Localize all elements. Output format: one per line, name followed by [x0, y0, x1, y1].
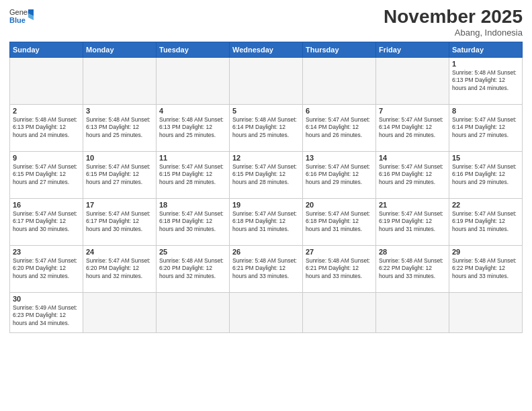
day-info: Sunrise: 5:47 AM Sunset: 6:14 PM Dayligh…: [452, 116, 519, 139]
header-saturday: Saturday: [449, 42, 523, 57]
table-row: 12Sunrise: 5:47 AM Sunset: 6:15 PM Dayli…: [230, 151, 303, 198]
day-number: 4: [159, 107, 226, 115]
header: General Blue November 2025 Abang, Indone…: [9, 7, 523, 38]
table-row: [83, 57, 157, 104]
table-row: 13Sunrise: 5:47 AM Sunset: 6:16 PM Dayli…: [303, 151, 376, 198]
table-row: 2Sunrise: 5:48 AM Sunset: 6:13 PM Daylig…: [10, 104, 83, 151]
svg-text:Blue: Blue: [9, 16, 26, 24]
table-row: 21Sunrise: 5:47 AM Sunset: 6:19 PM Dayli…: [376, 198, 449, 245]
day-number: 7: [379, 107, 446, 115]
generalblue-logo-icon: General Blue: [9, 7, 34, 26]
day-info: Sunrise: 5:47 AM Sunset: 6:17 PM Dayligh…: [13, 210, 80, 233]
day-info: Sunrise: 5:48 AM Sunset: 6:13 PM Dayligh…: [13, 116, 80, 139]
day-number: 28: [379, 248, 446, 256]
day-info: Sunrise: 5:47 AM Sunset: 6:20 PM Dayligh…: [86, 257, 153, 280]
logo: General Blue: [9, 7, 34, 26]
header-tuesday: Tuesday: [157, 42, 230, 57]
header-sunday: Sunday: [10, 42, 83, 57]
calendar-table: Sunday Monday Tuesday Wednesday Thursday…: [9, 42, 523, 333]
header-thursday: Thursday: [303, 42, 376, 57]
day-info: Sunrise: 5:48 AM Sunset: 6:13 PM Dayligh…: [86, 116, 153, 139]
day-info: Sunrise: 5:47 AM Sunset: 6:18 PM Dayligh…: [159, 210, 226, 233]
table-row: [157, 57, 230, 104]
day-info: Sunrise: 5:47 AM Sunset: 6:19 PM Dayligh…: [452, 210, 519, 233]
day-number: 6: [306, 107, 373, 115]
table-row: [376, 292, 449, 332]
day-number: 5: [232, 107, 300, 115]
header-monday: Monday: [83, 42, 157, 57]
day-number: 2: [13, 107, 80, 115]
table-row: 3Sunrise: 5:48 AM Sunset: 6:13 PM Daylig…: [83, 104, 157, 151]
table-row: 16Sunrise: 5:47 AM Sunset: 6:17 PM Dayli…: [10, 198, 83, 245]
table-row: [303, 57, 376, 104]
day-info: Sunrise: 5:48 AM Sunset: 6:22 PM Dayligh…: [379, 257, 446, 280]
day-number: 10: [86, 154, 153, 162]
table-row: 6Sunrise: 5:47 AM Sunset: 6:14 PM Daylig…: [303, 104, 376, 151]
table-row: 14Sunrise: 5:47 AM Sunset: 6:16 PM Dayli…: [376, 151, 449, 198]
day-info: Sunrise: 5:47 AM Sunset: 6:16 PM Dayligh…: [306, 163, 373, 186]
day-number: 11: [159, 154, 226, 162]
table-row: [303, 292, 376, 332]
table-row: 8Sunrise: 5:47 AM Sunset: 6:14 PM Daylig…: [449, 104, 523, 151]
day-number: 15: [452, 154, 519, 162]
day-number: 12: [232, 154, 300, 162]
table-row: 28Sunrise: 5:48 AM Sunset: 6:22 PM Dayli…: [376, 245, 449, 292]
table-row: 4Sunrise: 5:48 AM Sunset: 6:13 PM Daylig…: [157, 104, 230, 151]
day-info: Sunrise: 5:47 AM Sunset: 6:19 PM Dayligh…: [379, 210, 446, 233]
day-info: Sunrise: 5:48 AM Sunset: 6:21 PM Dayligh…: [306, 257, 373, 280]
day-number: 27: [306, 248, 373, 256]
title-block: November 2025 Abang, Indonesia: [384, 7, 523, 38]
day-info: Sunrise: 5:48 AM Sunset: 6:13 PM Dayligh…: [452, 69, 519, 92]
day-info: Sunrise: 5:47 AM Sunset: 6:16 PM Dayligh…: [452, 163, 519, 186]
day-number: 14: [379, 154, 446, 162]
table-row: 10Sunrise: 5:47 AM Sunset: 6:15 PM Dayli…: [83, 151, 157, 198]
day-number: 23: [13, 248, 80, 256]
table-row: [83, 292, 157, 332]
day-number: 19: [232, 201, 300, 209]
day-info: Sunrise: 5:47 AM Sunset: 6:14 PM Dayligh…: [379, 116, 446, 139]
table-row: [230, 57, 303, 104]
table-row: 1Sunrise: 5:48 AM Sunset: 6:13 PM Daylig…: [449, 57, 523, 104]
day-number: 18: [159, 201, 226, 209]
table-row: [376, 57, 449, 104]
day-info: Sunrise: 5:47 AM Sunset: 6:18 PM Dayligh…: [232, 210, 300, 233]
table-row: 26Sunrise: 5:48 AM Sunset: 6:21 PM Dayli…: [230, 245, 303, 292]
table-row: 17Sunrise: 5:47 AM Sunset: 6:17 PM Dayli…: [83, 198, 157, 245]
day-info: Sunrise: 5:48 AM Sunset: 6:13 PM Dayligh…: [159, 116, 226, 139]
day-number: 29: [452, 248, 519, 256]
table-row: 29Sunrise: 5:48 AM Sunset: 6:22 PM Dayli…: [449, 245, 523, 292]
day-number: 20: [306, 201, 373, 209]
day-info: Sunrise: 5:49 AM Sunset: 6:23 PM Dayligh…: [13, 304, 80, 327]
day-number: 25: [159, 248, 226, 256]
table-row: 9Sunrise: 5:47 AM Sunset: 6:15 PM Daylig…: [10, 151, 83, 198]
day-info: Sunrise: 5:47 AM Sunset: 6:15 PM Dayligh…: [13, 163, 80, 186]
table-row: 15Sunrise: 5:47 AM Sunset: 6:16 PM Dayli…: [449, 151, 523, 198]
day-number: 8: [452, 107, 519, 115]
day-info: Sunrise: 5:48 AM Sunset: 6:20 PM Dayligh…: [159, 257, 226, 280]
day-info: Sunrise: 5:48 AM Sunset: 6:14 PM Dayligh…: [232, 116, 300, 139]
weekday-header-row: Sunday Monday Tuesday Wednesday Thursday…: [10, 42, 523, 57]
day-number: 13: [306, 154, 373, 162]
day-number: 22: [452, 201, 519, 209]
day-number: 17: [86, 201, 153, 209]
day-info: Sunrise: 5:47 AM Sunset: 6:18 PM Dayligh…: [306, 210, 373, 233]
day-info: Sunrise: 5:47 AM Sunset: 6:20 PM Dayligh…: [13, 257, 80, 280]
day-number: 9: [13, 154, 80, 162]
header-friday: Friday: [376, 42, 449, 57]
location: Abang, Indonesia: [384, 28, 523, 38]
day-number: 1: [452, 60, 519, 68]
table-row: 19Sunrise: 5:47 AM Sunset: 6:18 PM Dayli…: [230, 198, 303, 245]
table-row: 7Sunrise: 5:47 AM Sunset: 6:14 PM Daylig…: [376, 104, 449, 151]
table-row: [10, 57, 83, 104]
day-info: Sunrise: 5:47 AM Sunset: 6:15 PM Dayligh…: [232, 163, 300, 186]
table-row: [449, 292, 523, 332]
day-info: Sunrise: 5:47 AM Sunset: 6:15 PM Dayligh…: [159, 163, 226, 186]
day-info: Sunrise: 5:48 AM Sunset: 6:21 PM Dayligh…: [232, 257, 300, 280]
table-row: 18Sunrise: 5:47 AM Sunset: 6:18 PM Dayli…: [157, 198, 230, 245]
day-info: Sunrise: 5:47 AM Sunset: 6:14 PM Dayligh…: [306, 116, 373, 139]
table-row: 24Sunrise: 5:47 AM Sunset: 6:20 PM Dayli…: [83, 245, 157, 292]
day-info: Sunrise: 5:47 AM Sunset: 6:16 PM Dayligh…: [379, 163, 446, 186]
month-title: November 2025: [384, 7, 523, 28]
day-info: Sunrise: 5:47 AM Sunset: 6:17 PM Dayligh…: [86, 210, 153, 233]
table-row: 27Sunrise: 5:48 AM Sunset: 6:21 PM Dayli…: [303, 245, 376, 292]
